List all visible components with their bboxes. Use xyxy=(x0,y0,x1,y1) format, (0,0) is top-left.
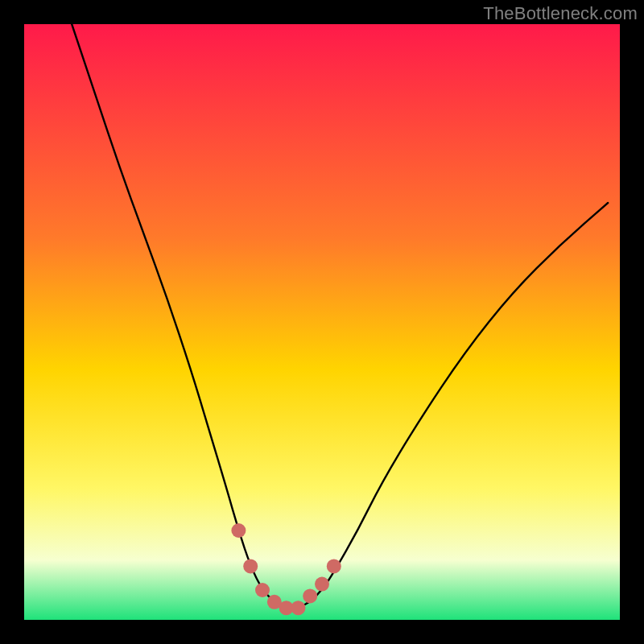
highlight-marker xyxy=(291,601,305,615)
chart-svg xyxy=(24,24,620,620)
gradient-background xyxy=(24,24,620,620)
chart-root: TheBottleneck.com xyxy=(0,0,644,644)
highlight-marker xyxy=(231,523,246,538)
highlight-marker xyxy=(315,577,329,592)
highlight-marker xyxy=(327,559,341,573)
highlight-marker xyxy=(303,588,317,603)
watermark-text: TheBottleneck.com xyxy=(483,3,638,24)
plot-area xyxy=(24,24,620,620)
highlight-marker xyxy=(243,559,258,573)
highlight-marker xyxy=(255,583,270,597)
